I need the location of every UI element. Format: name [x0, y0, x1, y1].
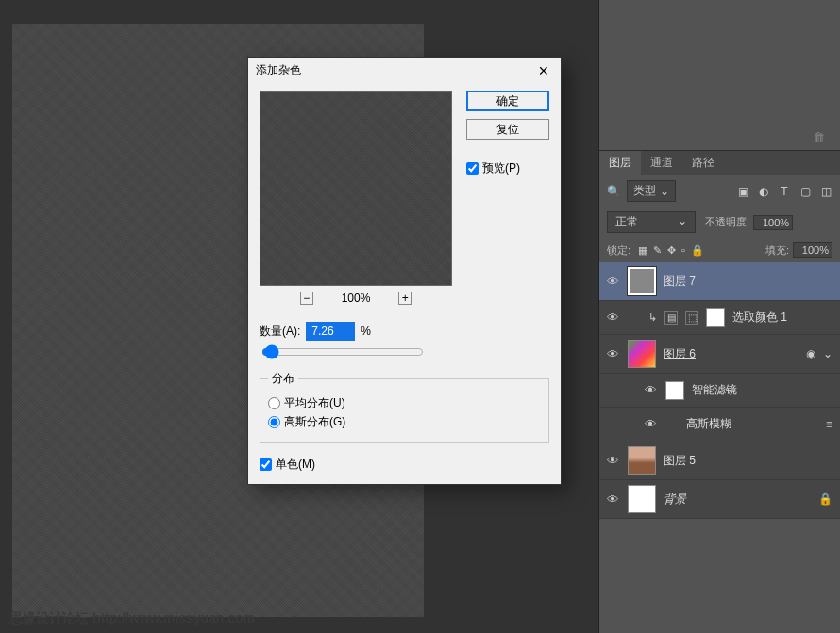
amount-pct: % — [361, 325, 371, 338]
uniform-radio-row[interactable]: 平均分布(U) — [268, 395, 541, 411]
chevron-down-icon: ⌄ — [678, 214, 687, 230]
chevron-down-icon[interactable]: ⌄ — [823, 347, 832, 360]
visibility-icon[interactable]: 👁 — [607, 275, 620, 289]
gaussian-radio[interactable] — [268, 416, 280, 428]
preview-checkbox-row[interactable]: 预览(P) — [466, 160, 549, 176]
lock-pixels-icon[interactable]: ▦ — [638, 244, 647, 257]
amount-input[interactable] — [306, 322, 355, 341]
lock-brush-icon[interactable]: ✎ — [653, 244, 662, 257]
filter-text-icon[interactable]: T — [778, 185, 791, 198]
uniform-label: 平均分布(U) — [284, 395, 345, 411]
layer-label: 背景 — [664, 491, 811, 508]
filter-smart-icon[interactable]: ◫ — [819, 185, 832, 198]
gaussian-radio-row[interactable]: 高斯分布(G) — [268, 414, 541, 430]
layer-thumb[interactable] — [628, 446, 656, 475]
filter-adjust-icon[interactable]: ◐ — [757, 185, 770, 198]
gaussian-label: 高斯分布(G) — [284, 414, 345, 430]
tab-layers[interactable]: 图层 — [599, 151, 641, 175]
tab-channels[interactable]: 通道 — [641, 151, 682, 175]
layer-thumb[interactable] — [628, 485, 656, 513]
layer-label: 图层 5 — [664, 453, 832, 469]
mono-checkbox-row[interactable]: 单色(M) — [260, 457, 549, 473]
filter-mask-thumb[interactable] — [665, 381, 684, 400]
lock-label: 锁定: — [607, 243, 630, 258]
distribution-group: 分布 平均分布(U) 高斯分布(G) — [260, 371, 549, 443]
amount-label: 数量(A): — [260, 324, 300, 340]
close-icon[interactable]: ✕ — [534, 63, 553, 78]
tab-paths[interactable]: 路径 — [682, 151, 724, 175]
adjustment-icon: ▤ — [664, 311, 678, 325]
distribution-legend: 分布 — [268, 371, 298, 387]
layers-list: 👁 图层 7 👁 ↳ ▤ ⬚ 选取颜色 1 👁 图层 6 ◉ ⌄ 👁 智能滤镜 … — [599, 262, 840, 519]
noise-preview[interactable] — [260, 91, 452, 286]
add-noise-dialog: 添加杂色 ✕ − 100% + 确定 复位 预览(P) 数量(A): % 分布 — [247, 57, 562, 485]
ok-button[interactable]: 确定 — [466, 91, 549, 111]
filter-options-icon[interactable]: ≡ — [826, 418, 832, 431]
watermark: 思缘设计论坛 http://www.missyuan.com — [9, 610, 255, 627]
lock-icon[interactable]: 🔒 — [818, 492, 832, 506]
lock-all-icon[interactable]: 🔒 — [691, 244, 704, 257]
filter-image-icon[interactable]: ▣ — [736, 185, 749, 198]
visibility-icon[interactable]: 👁 — [607, 454, 620, 468]
visibility-icon[interactable]: 👁 — [607, 492, 620, 507]
layer-row-smart-filters[interactable]: 👁 智能滤镜 — [599, 374, 840, 408]
smart-object-icon[interactable]: ◉ — [806, 347, 815, 360]
filter-shape-icon[interactable]: ▢ — [798, 185, 812, 198]
zoom-level: 100% — [342, 292, 371, 305]
fill-input[interactable] — [793, 242, 832, 258]
chevron-down-icon: ⌄ — [660, 185, 669, 198]
visibility-icon[interactable]: 👁 — [607, 347, 620, 361]
opacity-input[interactable] — [753, 215, 793, 230]
layer-thumb[interactable] — [628, 340, 656, 368]
zoom-out-button[interactable]: − — [300, 292, 313, 305]
mono-checkbox[interactable] — [260, 458, 272, 471]
layer-row-background[interactable]: 👁 背景 🔒 — [599, 480, 840, 519]
visibility-icon[interactable]: 👁 — [645, 417, 658, 431]
preview-checkbox[interactable] — [466, 162, 479, 175]
reset-button[interactable]: 复位 — [466, 119, 549, 140]
trash-icon[interactable]: 🗑 — [813, 130, 825, 144]
fill-label: 填充: — [765, 243, 789, 258]
filter-type-dropdown[interactable]: 类型⌄ — [627, 180, 676, 202]
uniform-radio[interactable] — [268, 397, 280, 409]
panel-tabs: 图层 通道 路径 — [599, 151, 840, 175]
layer-label: 智能滤镜 — [692, 382, 832, 398]
amount-slider[interactable] — [261, 344, 424, 359]
layer-label: 图层 7 — [664, 274, 832, 290]
search-icon[interactable]: 🔍 — [607, 185, 621, 198]
layer-label: 高斯模糊 — [686, 416, 818, 432]
layer-label: 选取颜色 1 — [732, 309, 832, 325]
layer-label: 图层 6 — [664, 346, 798, 362]
opacity-label: 不透明度: — [705, 215, 749, 229]
blend-mode-dropdown[interactable]: 正常⌄ — [607, 211, 696, 233]
layer-row-gaussian-blur[interactable]: 👁 高斯模糊 ≡ — [599, 408, 840, 441]
zoom-in-button[interactable]: + — [398, 292, 412, 305]
mono-label: 单色(M) — [276, 457, 315, 473]
lock-move-icon[interactable]: ✥ — [667, 244, 676, 257]
layer-row-5[interactable]: 👁 图层 5 — [599, 441, 840, 480]
upper-panel-area: 🗑 — [599, 0, 840, 151]
dialog-title: 添加杂色 — [256, 62, 301, 78]
link-icon[interactable]: ⬚ — [685, 311, 698, 325]
layer-row-7[interactable]: 👁 图层 7 — [599, 262, 840, 301]
layer-row-6[interactable]: 👁 图层 6 ◉ ⌄ — [599, 335, 840, 374]
right-panel: 🗑 图层 通道 路径 🔍 类型⌄ ▣ ◐ T ▢ ◫ 正常⌄ 不透明度: 锁定:… — [598, 0, 840, 633]
lock-artboard-icon[interactable]: ▫ — [681, 244, 685, 257]
clip-icon: ↳ — [648, 311, 657, 324]
layer-row-selective-color[interactable]: 👁 ↳ ▤ ⬚ 选取颜色 1 — [599, 301, 840, 335]
preview-label: 预览(P) — [482, 160, 520, 176]
visibility-icon[interactable]: 👁 — [645, 383, 658, 397]
visibility-icon[interactable]: 👁 — [607, 310, 620, 325]
layer-thumb[interactable] — [628, 267, 656, 295]
dialog-titlebar: 添加杂色 ✕ — [248, 58, 561, 83]
mask-thumb[interactable] — [706, 308, 725, 327]
